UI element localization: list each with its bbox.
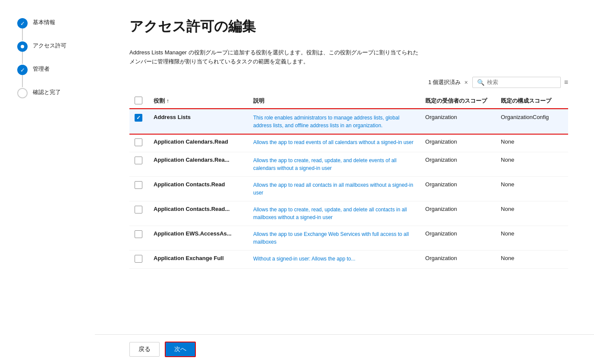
row-scope2: OrganizationConfig — [496, 109, 568, 134]
step-connector-2 — [22, 52, 23, 64]
table-row[interactable]: Application Contacts.Read...Allows the a… — [129, 201, 568, 226]
header-scope2: 既定の構成スコープ — [496, 93, 568, 110]
row-description: Allows the app to use Exchange Web Servi… — [248, 226, 420, 250]
row-checkbox-unchecked[interactable] — [135, 181, 142, 189]
row-scope1: Organization — [420, 176, 496, 201]
header-role[interactable]: 役割 ↑ — [148, 93, 248, 110]
roles-table: 役割 ↑ 説明 既定の受信者のスコープ 既定の構成スコープ — [129, 93, 568, 269]
table-row[interactable]: Application Calendars.Rea...Allows the a… — [129, 152, 568, 176]
description-text: Address Lists Manager の役割グループに追加する役割を選択し… — [129, 48, 423, 66]
table-row[interactable]: Application EWS.AccessAs...Allows the ap… — [129, 226, 568, 250]
footer: 戻る 次へ — [95, 334, 594, 364]
row-role-name: Application Contacts.Read... — [148, 201, 248, 226]
row-checkbox-cell — [129, 152, 148, 176]
row-checkbox-cell — [129, 250, 148, 268]
next-button[interactable]: 次へ — [165, 342, 196, 357]
step-dot-admin: ✓ — [17, 65, 28, 75]
table-row[interactable]: Application Contacts.ReadAllows the app … — [129, 176, 568, 201]
row-checkbox-cell — [129, 134, 148, 152]
row-scope2: None — [496, 134, 568, 152]
step-label-basic-info: 基本情報 — [33, 17, 55, 26]
sidebar: ✓ 基本情報 アクセス許可 ✓ 管理者 確認と完了 — [0, 0, 95, 364]
row-scope1: Organization — [420, 250, 496, 268]
step-dot-inner-access — [21, 45, 24, 48]
selection-badge: 1 個選択済み × — [428, 78, 469, 86]
row-role-name: Address Lists — [148, 109, 248, 134]
step-label-confirm: 確認と完了 — [33, 87, 61, 96]
row-role-name: Application Contacts.Read — [148, 176, 248, 201]
step-dot-access — [17, 41, 28, 52]
filter-icon[interactable]: ≡ — [564, 78, 568, 86]
row-scope1: Organization — [420, 152, 496, 176]
table-toolbar: 1 個選択済み × 🔍 ≡ — [129, 77, 568, 88]
header-check — [129, 93, 148, 110]
search-box: 🔍 — [472, 77, 561, 88]
search-icon: 🔍 — [477, 79, 484, 86]
row-scope2: None — [496, 176, 568, 201]
table-row[interactable]: Address ListsThis role enables administr… — [129, 109, 568, 134]
table-row[interactable]: Application Calendars.ReadAllows the app… — [129, 134, 568, 152]
step-access: アクセス許可 — [17, 41, 86, 52]
step-dot-confirm — [17, 88, 28, 98]
main-content: アクセス許可の編集 Address Lists Manager の役割グループに… — [95, 0, 594, 334]
row-description: This role enables administrators to mana… — [248, 109, 420, 134]
header-description: 説明 — [248, 93, 420, 110]
row-scope1: Organization — [420, 226, 496, 250]
row-checkbox-checked[interactable] — [135, 114, 142, 122]
search-input[interactable] — [487, 79, 556, 85]
table-body: Address ListsThis role enables administr… — [129, 109, 568, 268]
check-icon: ✓ — [20, 20, 25, 27]
clear-selection-button[interactable]: × — [463, 79, 468, 86]
step-label-admin: 管理者 — [33, 64, 50, 73]
row-checkbox-unchecked[interactable] — [135, 157, 142, 164]
row-scope2: None — [496, 250, 568, 268]
row-scope1: Organization — [420, 201, 496, 226]
row-description: Allows the app to read all contacts in a… — [248, 176, 420, 201]
row-checkbox-unchecked[interactable] — [135, 138, 142, 146]
row-role-name: Application Calendars.Rea... — [148, 152, 248, 176]
step-dot-basic-info: ✓ — [17, 18, 28, 28]
row-checkbox-unchecked[interactable] — [135, 206, 142, 213]
row-checkbox-cell — [129, 226, 148, 250]
back-button[interactable]: 戻る — [129, 342, 160, 357]
check-icon-admin: ✓ — [20, 67, 25, 73]
row-checkbox-cell — [129, 176, 148, 201]
row-scope2: None — [496, 201, 568, 226]
row-checkbox-unchecked[interactable] — [135, 255, 142, 263]
table-header-row: 役割 ↑ 説明 既定の受信者のスコープ 既定の構成スコープ — [129, 93, 568, 110]
row-description: Allows the app to read events of all cal… — [248, 134, 420, 152]
row-scope2: None — [496, 226, 568, 250]
row-scope2: None — [496, 152, 568, 176]
select-all-checkbox[interactable] — [135, 97, 142, 104]
row-description: Without a signed-in user: Allows the app… — [248, 250, 420, 268]
roles-table-container: 役割 ↑ 説明 既定の受信者のスコープ 既定の構成スコープ — [129, 93, 568, 334]
step-basic-info: ✓ 基本情報 — [17, 17, 86, 28]
row-role-name: Application EWS.AccessAs... — [148, 226, 248, 250]
step-admin: ✓ 管理者 — [17, 64, 86, 75]
step-connector-1 — [22, 28, 23, 41]
step-connector-3 — [22, 75, 23, 87]
row-role-name: Application Calendars.Read — [148, 134, 248, 152]
row-role-name: Application Exchange Full — [148, 250, 248, 268]
row-scope1: Organization — [420, 109, 496, 134]
row-description: Allows the app to create, read, update, … — [248, 201, 420, 226]
table-row[interactable]: Application Exchange FullWithout a signe… — [129, 250, 568, 268]
row-checkbox-unchecked[interactable] — [135, 230, 142, 238]
row-description: Allows the app to create, read, update, … — [248, 152, 420, 176]
header-scope1: 既定の受信者のスコープ — [420, 93, 496, 110]
step-confirm: 確認と完了 — [17, 87, 86, 98]
row-checkbox-cell — [129, 109, 148, 134]
selection-count: 1 個選択済み — [428, 78, 461, 86]
page-title: アクセス許可の編集 — [129, 17, 568, 36]
row-scope1: Organization — [420, 134, 496, 152]
row-checkbox-cell — [129, 201, 148, 226]
step-label-access: アクセス許可 — [33, 41, 66, 50]
